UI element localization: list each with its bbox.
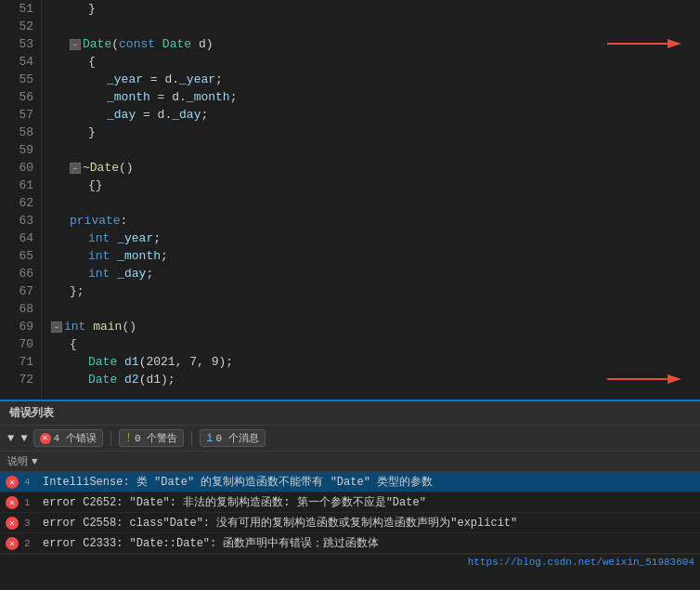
line-number: 51 bbox=[7, 0, 33, 18]
code-token: int bbox=[88, 229, 110, 247]
code-line: −int main() bbox=[51, 318, 700, 335]
code-token: _month bbox=[117, 247, 161, 265]
code-token: d1 bbox=[124, 353, 139, 371]
red-arrow-annotation bbox=[607, 35, 681, 53]
code-line: } bbox=[51, 0, 700, 18]
code-token: int bbox=[64, 318, 85, 335]
code-token: () bbox=[119, 159, 134, 177]
code-token: Date bbox=[83, 35, 111, 53]
error-toolbar: ▼ ▼ ✕ 4 个错误 ! 0 个警告 i 0 个消息 bbox=[0, 426, 700, 452]
code-line bbox=[51, 194, 700, 212]
line-number: 63 bbox=[7, 212, 33, 229]
error-panel-title: 错误列表 bbox=[9, 405, 54, 421]
code-token: Date bbox=[88, 353, 117, 371]
code-token: _year bbox=[117, 229, 153, 247]
line-number: 67 bbox=[7, 282, 33, 300]
code-line: private: bbox=[51, 212, 700, 229]
code-token bbox=[85, 318, 93, 335]
code-token: Date bbox=[162, 35, 191, 53]
code-line: } bbox=[51, 124, 700, 141]
line-number: 55 bbox=[7, 71, 33, 88]
line-number: 57 bbox=[7, 106, 33, 124]
code-token: : bbox=[121, 212, 128, 229]
error-text: error C2652: "Date": 非法的复制构造函数: 第一个参数不应是… bbox=[43, 494, 694, 510]
error-id: 1 bbox=[24, 497, 37, 508]
code-token: ; bbox=[201, 106, 208, 124]
code-line: −~Date() bbox=[51, 159, 700, 177]
code-token: Date bbox=[90, 159, 119, 177]
divider2 bbox=[191, 431, 192, 446]
error-text: error C2333: "Date::Date": 函数声明中有错误；跳过函数… bbox=[43, 535, 694, 551]
code-line: }; bbox=[51, 282, 700, 300]
code-token: (2021, 7, 9); bbox=[139, 353, 233, 371]
line-number: 66 bbox=[7, 265, 33, 282]
collapse-icon[interactable]: − bbox=[70, 39, 81, 50]
code-token: ~ bbox=[83, 159, 90, 177]
code-token: } bbox=[88, 0, 96, 18]
code-token: int bbox=[88, 265, 110, 282]
error-icon: ✕ bbox=[6, 537, 19, 550]
line-numbers: 5152535455565758596061626364656667686970… bbox=[0, 0, 42, 400]
code-token: = d. bbox=[136, 106, 172, 124]
svg-marker-1 bbox=[668, 39, 681, 48]
red-arrow-annotation bbox=[607, 371, 681, 388]
warn-icon: ! bbox=[125, 432, 132, 445]
line-number: 65 bbox=[7, 247, 33, 265]
error-item[interactable]: ✕4IntelliSense: 类 "Date" 的复制构造函数不能带有 "Da… bbox=[0, 472, 700, 492]
error-item[interactable]: ✕3error C2558: class"Date": 没有可用的复制构造函数或… bbox=[0, 513, 700, 533]
line-number: 62 bbox=[7, 194, 33, 212]
code-line: −Date(const Date d) bbox=[51, 35, 700, 53]
error-list[interactable]: ✕4IntelliSense: 类 "Date" 的复制构造函数不能带有 "Da… bbox=[0, 472, 700, 590]
code-token: const bbox=[119, 35, 155, 53]
column-header-label: 说明 bbox=[7, 454, 28, 468]
column-header: 说明 ▼ bbox=[0, 452, 700, 472]
code-lines: }−Date(const Date d){_year = d._year;_mo… bbox=[42, 0, 700, 400]
code-token: Date bbox=[88, 371, 117, 388]
code-token: = d. bbox=[150, 88, 187, 106]
code-token: ( bbox=[111, 35, 119, 53]
line-number: 61 bbox=[7, 177, 33, 194]
error-icon: ✕ bbox=[6, 476, 19, 489]
url-bar[interactable]: https://blog.csdn.net/weixin_51983604 bbox=[0, 554, 700, 570]
code-token: ; bbox=[230, 88, 238, 106]
line-number: 56 bbox=[7, 88, 33, 106]
collapse-icon[interactable]: − bbox=[70, 163, 81, 174]
error-item[interactable]: ✕1error C2652: "Date": 非法的复制构造函数: 第一个参数不… bbox=[0, 492, 700, 513]
line-number: 64 bbox=[7, 229, 33, 247]
code-token: {} bbox=[88, 177, 103, 194]
column-sort-icon[interactable]: ▼ bbox=[32, 456, 38, 467]
code-line bbox=[51, 300, 700, 318]
line-number: 70 bbox=[7, 335, 33, 353]
code-token: _month bbox=[107, 88, 150, 106]
code-token: d) bbox=[191, 35, 213, 53]
warn-count-label: 0 个警告 bbox=[135, 431, 177, 445]
code-line: _year = d._year; bbox=[51, 71, 700, 88]
info-count-badge[interactable]: i 0 个消息 bbox=[200, 429, 265, 447]
svg-marker-3 bbox=[668, 374, 681, 384]
code-token: int bbox=[88, 247, 110, 265]
code-token bbox=[117, 371, 124, 388]
error-count-badge[interactable]: ✕ 4 个错误 bbox=[33, 429, 103, 447]
warn-count-badge[interactable]: ! 0 个警告 bbox=[119, 429, 184, 447]
line-number: 58 bbox=[7, 124, 33, 141]
error-panel-header: 错误列表 bbox=[0, 401, 700, 426]
code-line: Date d2(d1); bbox=[51, 371, 700, 388]
code-token bbox=[117, 353, 124, 371]
error-text: error C2558: class"Date": 没有可用的复制构造函数或复制… bbox=[43, 515, 694, 531]
code-line: _day = d._day; bbox=[51, 106, 700, 124]
code-token: { bbox=[70, 335, 77, 353]
code-token: _day bbox=[107, 106, 136, 124]
code-token: _day bbox=[117, 265, 146, 282]
collapse-icon[interactable]: − bbox=[51, 321, 62, 333]
error-icon: ✕ bbox=[40, 433, 51, 444]
error-item[interactable]: ✕2error C2333: "Date::Date": 函数声明中有错误；跳过… bbox=[0, 533, 700, 554]
code-token: ; bbox=[153, 229, 161, 247]
code-line bbox=[51, 18, 700, 35]
error-id: 2 bbox=[24, 538, 37, 549]
code-line: _month = d._month; bbox=[51, 88, 700, 106]
code-token: _year bbox=[107, 71, 143, 88]
code-token: } bbox=[88, 124, 96, 141]
line-number: 53 bbox=[7, 35, 33, 53]
filter-icon[interactable]: ▼ ▼ bbox=[7, 432, 28, 445]
code-token: _year bbox=[179, 71, 215, 88]
